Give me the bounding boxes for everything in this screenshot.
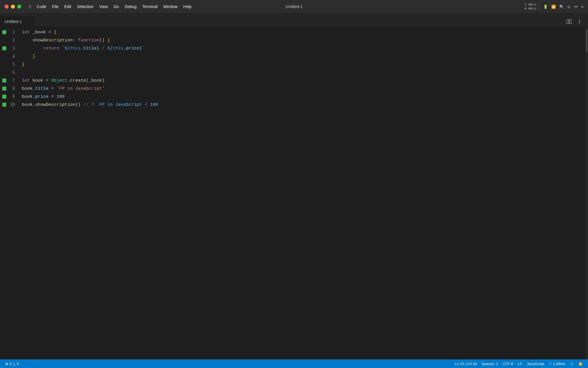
menu-bar:  Code File Edit Selection View Go Debug… <box>27 3 194 10</box>
token: ` <box>142 46 145 51</box>
token: . <box>32 102 35 107</box>
tab-label: Untitled-1 <box>5 19 22 24</box>
token: . <box>67 78 70 83</box>
breakpoint-dot[interactable] <box>2 62 6 66</box>
svg-rect-1 <box>569 20 571 24</box>
code-line: return `${this.title} / ${this.price}` <box>17 44 585 52</box>
breakpoint-dot[interactable] <box>2 46 6 50</box>
breakpoint-dot[interactable] <box>2 70 6 74</box>
error-icon: ⊗ <box>5 362 8 366</box>
scrollbar[interactable] <box>585 27 588 359</box>
code-line: book.title = 'FP in JavaScript' <box>17 85 585 93</box>
code-line: } <box>17 60 585 68</box>
traffic-lights <box>5 5 21 9</box>
file-menu[interactable]: File <box>50 4 61 9</box>
cursor-position[interactable]: Ln 10, Col 28 <box>453 361 479 367</box>
line-number: 3 <box>8 46 15 51</box>
breakpoint-dot[interactable] <box>2 30 6 34</box>
view-menu[interactable]: View <box>97 4 110 9</box>
line-ending[interactable]: LF <box>516 361 524 367</box>
search-icon[interactable]: 🔍 <box>559 5 564 9</box>
token: (_book) <box>86 78 105 83</box>
breakpoint-dot[interactable] <box>2 87 6 91</box>
notifications-icon[interactable]: 🔔 <box>577 361 585 367</box>
debug-menu[interactable]: Debug <box>122 4 139 9</box>
token: this <box>113 46 123 51</box>
token: let <box>22 78 30 83</box>
breakpoint-dot[interactable] <box>2 103 6 107</box>
warning-count: 0 <box>17 362 19 366</box>
line-number: 2 <box>8 38 15 43</box>
feedback-icon[interactable]: ☺ <box>568 361 575 367</box>
token: () <box>99 38 105 43</box>
line-gutter: 12345678910 <box>0 27 17 359</box>
gutter-row: 4 <box>0 52 17 60</box>
token: // <box>83 102 91 107</box>
token: Object <box>49 78 67 83</box>
gutter-row: 5 <box>0 60 17 68</box>
close-button[interactable] <box>5 5 9 9</box>
go-menu[interactable]: Go <box>111 4 121 9</box>
token: = <box>49 30 51 35</box>
breakpoint-dot[interactable] <box>2 78 6 83</box>
token: { <box>105 38 110 43</box>
split-editor-button[interactable] <box>565 18 573 26</box>
scrollbar-thumb[interactable] <box>586 29 587 52</box>
token: function <box>75 38 99 43</box>
line-number: 5 <box>8 62 15 67</box>
breakpoint-dot[interactable] <box>2 54 6 58</box>
apple-menu[interactable]:  <box>27 3 33 10</box>
edit-menu[interactable]: Edit <box>62 4 74 9</box>
terminal-menu[interactable]: Terminal <box>140 4 160 9</box>
svg-point-2 <box>579 21 580 22</box>
token: = <box>49 86 57 91</box>
line-number: 4 <box>8 54 15 59</box>
network-stats: 1 KB/s ↑ 0 KB/s ↓ <box>525 3 540 11</box>
token: book <box>22 102 32 107</box>
code-menu[interactable]: Code <box>34 4 49 9</box>
timing[interactable]: ✓ 1.89ms <box>547 361 567 367</box>
token: / <box>99 46 107 51</box>
token: showDescription <box>35 102 76 107</box>
more-icon[interactable]: ••• <box>574 5 578 9</box>
token: price <box>35 94 49 99</box>
token: return <box>22 46 59 51</box>
maximize-button[interactable] <box>17 5 21 9</box>
editor-tab[interactable]: Untitled-1 <box>0 16 34 27</box>
token: 'FP in JavaScript' <box>57 86 105 91</box>
indentation[interactable]: Spaces: 2 <box>480 361 500 367</box>
errors-item[interactable]: ⊗ 0 △ 0 <box>3 361 20 367</box>
titlebar-left:  Code File Edit Selection View Go Debug… <box>5 3 198 10</box>
more-actions-button[interactable] <box>575 18 583 26</box>
line-number: 6 <box>8 70 15 75</box>
breakpoint-dot[interactable] <box>2 95 6 99</box>
minimize-button[interactable] <box>11 5 15 9</box>
language-mode[interactable]: JavaScript <box>525 361 546 367</box>
encoding[interactable]: UTF-8 <box>501 361 515 367</box>
code-area[interactable]: let _book = { showDescription: function(… <box>17 27 585 359</box>
list-icon[interactable]: ≡ <box>581 5 583 9</box>
token: : <box>73 38 75 43</box>
breakpoint-dot[interactable] <box>2 38 6 42</box>
token: = <box>49 94 57 99</box>
token: book <box>22 86 32 91</box>
token: { <box>51 30 57 35</box>
code-line: book.showDescription() // ? FP in JavaSc… <box>17 101 585 109</box>
titlebar-center: Untitled-1 <box>198 4 390 9</box>
editor-container: 12345678910 let _book = { showDescriptio… <box>0 27 588 359</box>
svg-point-3 <box>579 20 580 21</box>
help-menu[interactable]: Help <box>181 4 194 9</box>
titlebar:  Code File Edit Selection View Go Debug… <box>0 0 588 14</box>
token: ${ <box>65 46 70 51</box>
gutter-row: 10 <box>0 101 17 109</box>
wifi-icon: 📶 <box>551 5 556 9</box>
code-line: book.price = 100 <box>17 93 585 101</box>
control-icon[interactable]: ⊙ <box>567 5 570 9</box>
token: this <box>70 46 80 51</box>
status-right: Ln 10, Col 28 Spaces: 2 UTF-8 LF JavaScr… <box>453 361 585 367</box>
window-menu[interactable]: Window <box>161 4 180 9</box>
status-left: ⊗ 0 △ 0 <box>3 361 20 367</box>
tab-bar: Untitled-1 <box>0 14 588 27</box>
selection-menu[interactable]: Selection <box>75 4 96 9</box>
token: ${ <box>107 46 113 51</box>
